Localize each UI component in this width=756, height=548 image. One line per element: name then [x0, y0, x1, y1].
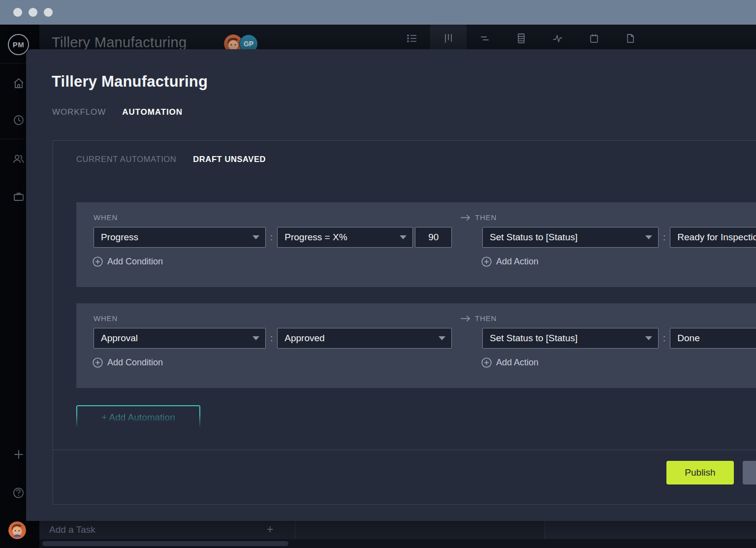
automation-rule-card: WHEN Approval : Approved Add Condition — [76, 303, 756, 388]
plus-circle-icon — [93, 257, 103, 267]
publish-button[interactable]: Publish — [666, 461, 734, 484]
chevron-down-icon — [439, 336, 445, 340]
add-action-label: Add Action — [496, 257, 538, 267]
pm-logo[interactable]: PM — [8, 34, 29, 55]
separator: : — [663, 232, 665, 243]
calendar-view-icon[interactable] — [576, 25, 612, 52]
when-label: WHEN — [94, 213, 118, 222]
automation-rule-card: WHEN Progress : Progress = X% Add Condit… — [76, 202, 756, 287]
condition-operator-select[interactable]: Approved — [277, 328, 452, 349]
add-action-button[interactable]: Add Action — [481, 357, 538, 368]
save-button[interactable]: Save — [743, 461, 756, 484]
tab-automation[interactable]: AUTOMATION — [122, 107, 183, 117]
clock-icon[interactable] — [12, 114, 25, 126]
action-type-value: Set Status to [Status] — [490, 333, 578, 344]
then-arrow-icon — [460, 214, 471, 221]
automation-modal: Tillery Manufacturing WORKFLOW AUTOMATIO… — [26, 49, 756, 521]
add-task-button[interactable]: Add a Task — [49, 524, 95, 535]
when-label: WHEN — [94, 314, 118, 322]
automation-panel: CURRENT AUTOMATION DRAFT UNSAVED WHEN Pr… — [53, 140, 756, 505]
chevron-down-icon — [252, 336, 259, 340]
add-icon[interactable] — [12, 448, 25, 460]
action-value-select[interactable]: Ready for Inspection — [670, 227, 756, 248]
add-condition-label: Add Condition — [107, 357, 163, 368]
condition-field-select[interactable]: Progress — [94, 227, 266, 248]
task-row-right-section — [544, 521, 756, 539]
add-condition-button[interactable]: Add Condition — [93, 257, 163, 267]
tab-draft-unsaved[interactable]: DRAFT UNSAVED — [193, 155, 266, 164]
add-action-button[interactable]: Add Action — [481, 257, 538, 267]
tab-current-automation[interactable]: CURRENT AUTOMATION — [76, 155, 176, 164]
activity-view-icon[interactable] — [539, 25, 576, 52]
chevron-down-icon — [645, 235, 652, 239]
action-row: Set Status to [Status] : Done — [482, 328, 756, 349]
column-divider — [295, 521, 295, 539]
plus-circle-icon — [481, 257, 492, 267]
horizontal-scrollbar[interactable] — [42, 541, 288, 546]
modal-tab-bar: WORKFLOW AUTOMATION — [52, 107, 183, 117]
file-view-icon[interactable] — [612, 25, 649, 52]
action-type-value: Set Status to [Status] — [490, 232, 578, 243]
condition-operator-select[interactable]: Progress = X% — [277, 227, 413, 248]
condition-row: Approval : Approved — [94, 328, 452, 349]
panel-tab-bar: CURRENT AUTOMATION DRAFT UNSAVED — [76, 155, 266, 164]
window-dot-3[interactable] — [44, 8, 53, 17]
chevron-down-icon — [645, 336, 652, 340]
home-icon[interactable] — [12, 77, 25, 89]
separator: : — [270, 333, 273, 344]
action-row: Set Status to [Status] : Ready for Inspe… — [482, 227, 756, 248]
help-icon[interactable] — [12, 486, 25, 499]
view-toolbar — [394, 25, 649, 52]
window-dot-2[interactable] — [29, 8, 37, 17]
app-header: Tillery Manufacturing GP — [0, 25, 756, 52]
then-arrow-icon — [460, 315, 471, 322]
plus-circle-icon — [93, 357, 103, 368]
tab-workflow[interactable]: WORKFLOW — [52, 107, 106, 117]
action-value-text: Ready for Inspection — [677, 232, 756, 243]
condition-field-select[interactable]: Approval — [94, 328, 266, 349]
list-view-icon[interactable] — [394, 25, 430, 52]
task-list-footer-row: Add a Task + — [39, 521, 756, 539]
chevron-down-icon — [252, 235, 259, 239]
condition-value-input[interactable] — [415, 227, 452, 248]
window-titlebar — [0, 0, 756, 25]
table-view-icon[interactable] — [503, 25, 539, 52]
user-avatar[interactable] — [8, 521, 26, 539]
condition-row: Progress : Progress = X% — [94, 227, 452, 248]
chevron-down-icon — [400, 235, 407, 239]
portfolio-icon[interactable] — [12, 190, 25, 202]
team-icon[interactable] — [12, 153, 25, 165]
add-condition-button[interactable]: Add Condition — [93, 357, 163, 368]
add-task-plus-icon[interactable]: + — [267, 523, 273, 536]
column-divider — [544, 521, 545, 539]
condition-field-value: Progress — [101, 232, 138, 243]
window-dot-1[interactable] — [13, 8, 22, 17]
add-automation-button[interactable]: + Add Automation — [76, 405, 200, 430]
separator: : — [270, 232, 273, 243]
action-type-select[interactable]: Set Status to [Status] — [482, 328, 659, 349]
condition-field-value: Approval — [101, 333, 138, 344]
footer-divider — [53, 450, 756, 450]
add-condition-label: Add Condition — [107, 257, 163, 267]
project-title-header: Tillery Manufacturing — [52, 34, 187, 51]
gantt-view-icon[interactable] — [467, 25, 503, 52]
plus-circle-icon — [481, 357, 492, 368]
board-view-icon[interactable] — [430, 25, 467, 52]
action-type-select[interactable]: Set Status to [Status] — [482, 227, 659, 248]
action-value-text: Done — [677, 333, 699, 344]
modal-title: Tillery Manufacturing — [52, 73, 208, 91]
then-label: THEN — [460, 213, 497, 222]
separator: : — [663, 333, 665, 344]
condition-operator-value: Progress = X% — [284, 232, 347, 243]
add-action-label: Add Action — [496, 357, 538, 368]
action-value-select[interactable]: Done — [670, 328, 756, 349]
condition-operator-value: Approved — [284, 333, 324, 344]
then-label: THEN — [460, 314, 497, 322]
bottom-scroll-area — [39, 539, 756, 548]
